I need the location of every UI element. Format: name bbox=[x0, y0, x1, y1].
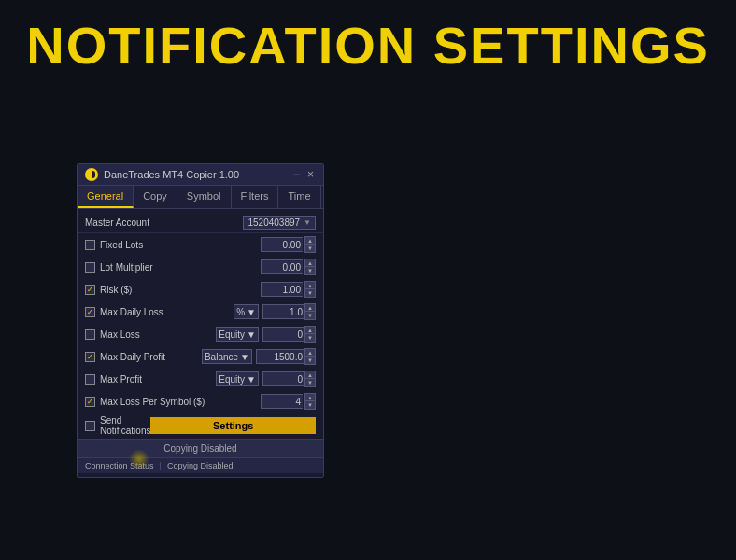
max-daily-profit-dropdown-value: Balance bbox=[205, 352, 238, 362]
page-background: NOTIFICATION SETTINGS DaneTrades MT4 Cop… bbox=[0, 0, 736, 560]
max-profit-down[interactable]: ▼ bbox=[305, 379, 315, 386]
tab-general[interactable]: General bbox=[78, 186, 134, 208]
max-daily-loss-checkbox[interactable] bbox=[85, 307, 95, 317]
max-daily-loss-dropdown[interactable]: % ▼ bbox=[234, 304, 259, 319]
max-loss-per-symbol-checkbox[interactable] bbox=[85, 397, 95, 407]
max-daily-loss-row: Max Daily Loss % ▼ ▲ ▼ bbox=[78, 301, 323, 323]
risk-spinners: ▲ ▼ bbox=[304, 281, 316, 298]
form-content: Master Account 1520403897 ▼ Fixed Lots ▲… bbox=[78, 209, 323, 477]
max-daily-profit-input[interactable] bbox=[256, 349, 304, 364]
max-daily-profit-controls: Balance ▼ ▲ ▼ bbox=[202, 348, 316, 365]
tab-copy[interactable]: Copy bbox=[134, 186, 177, 208]
max-loss-per-symbol-label-area: Max Loss Per Symbol ($) bbox=[85, 397, 261, 407]
max-profit-spinners: ▲ ▼ bbox=[304, 371, 316, 387]
max-loss-controls: Equity ▼ ▲ ▼ bbox=[216, 326, 316, 343]
tab-filters[interactable]: Filters bbox=[232, 186, 279, 208]
fixed-lots-spinners: ▲ ▼ bbox=[304, 236, 316, 253]
max-profit-row: Max Profit Equity ▼ ▲ ▼ bbox=[78, 368, 323, 390]
fixed-lots-down[interactable]: ▼ bbox=[305, 245, 315, 252]
lot-multiplier-down[interactable]: ▼ bbox=[305, 267, 315, 274]
risk-up[interactable]: ▲ bbox=[305, 282, 315, 289]
max-daily-loss-down[interactable]: ▼ bbox=[305, 312, 315, 319]
max-profit-label: Max Profit bbox=[100, 374, 142, 385]
max-daily-profit-dropdown[interactable]: Balance ▼ bbox=[202, 349, 252, 364]
max-daily-loss-num: ▲ ▼ bbox=[262, 303, 316, 320]
master-account-select[interactable]: 1520403897 ▼ bbox=[243, 216, 316, 230]
max-daily-loss-controls: % ▼ ▲ ▼ bbox=[234, 303, 316, 320]
max-loss-num: ▲ ▼ bbox=[262, 326, 316, 343]
master-account-label: Master Account bbox=[85, 217, 243, 228]
settings-button[interactable]: Settings bbox=[150, 417, 316, 434]
lot-multiplier-label: Lot Multiplier bbox=[100, 262, 153, 273]
max-loss-row: Max Loss Equity ▼ ▲ ▼ bbox=[78, 323, 323, 345]
status-separator: | bbox=[160, 461, 162, 470]
close-button[interactable]: × bbox=[305, 168, 316, 181]
send-notifications-row: Send Notifications Settings bbox=[78, 413, 323, 439]
title-bar-controls: − × bbox=[291, 168, 316, 181]
max-loss-dropdown[interactable]: Equity ▼ bbox=[216, 327, 259, 342]
max-daily-profit-label-area: Max Daily Profit bbox=[85, 352, 202, 362]
fixed-lots-checkbox[interactable] bbox=[85, 240, 95, 250]
lot-multiplier-input[interactable] bbox=[261, 259, 303, 274]
max-loss-checkbox[interactable] bbox=[85, 329, 95, 340]
risk-input[interactable] bbox=[261, 282, 303, 297]
max-loss-down[interactable]: ▼ bbox=[305, 334, 315, 342]
status-bar: Connection Status | Copying Disabled bbox=[78, 457, 323, 473]
title-area: NOTIFICATION SETTINGS bbox=[0, 0, 736, 84]
lot-multiplier-up[interactable]: ▲ bbox=[305, 259, 315, 267]
max-profit-dropdown-value: Equity bbox=[219, 374, 245, 385]
max-daily-profit-down[interactable]: ▼ bbox=[305, 357, 315, 364]
risk-controls: ▲ ▼ bbox=[261, 281, 316, 298]
tab-symbol[interactable]: Symbol bbox=[177, 186, 232, 208]
max-loss-per-symbol-down[interactable]: ▼ bbox=[305, 401, 315, 409]
max-daily-loss-spinners: ▲ ▼ bbox=[304, 303, 316, 320]
minimize-button[interactable]: − bbox=[291, 168, 302, 181]
risk-row: Risk ($) ▲ ▼ bbox=[78, 278, 323, 301]
max-loss-per-symbol-spinners: ▲ ▼ bbox=[304, 393, 316, 410]
max-loss-per-symbol-label: Max Loss Per Symbol ($) bbox=[100, 397, 205, 407]
master-account-arrow: ▼ bbox=[304, 218, 311, 227]
connection-status-label: Connection Status bbox=[85, 461, 154, 470]
send-notifications-checkbox[interactable] bbox=[85, 421, 95, 431]
page-title: NOTIFICATION SETTINGS bbox=[19, 17, 717, 75]
max-daily-profit-label: Max Daily Profit bbox=[100, 352, 165, 362]
lot-multiplier-checkbox[interactable] bbox=[85, 262, 95, 273]
max-profit-num: ▲ ▼ bbox=[262, 371, 316, 387]
copy-disabled-bar: Copying Disabled bbox=[78, 439, 323, 457]
max-daily-profit-spinners: ▲ ▼ bbox=[304, 348, 316, 365]
copy-status: Copying Disabled bbox=[167, 461, 234, 470]
risk-checkbox[interactable] bbox=[85, 285, 95, 295]
max-loss-spinners: ▲ ▼ bbox=[304, 326, 316, 343]
max-daily-loss-dropdown-value: % bbox=[236, 307, 245, 317]
max-profit-controls: Equity ▼ ▲ ▼ bbox=[216, 371, 316, 387]
max-profit-checkbox[interactable] bbox=[85, 374, 95, 385]
risk-label: Risk ($) bbox=[100, 285, 132, 295]
fixed-lots-label: Fixed Lots bbox=[100, 240, 143, 250]
max-profit-dropdown-arrow: ▼ bbox=[247, 374, 256, 385]
risk-down[interactable]: ▼ bbox=[305, 289, 315, 297]
max-daily-profit-up[interactable]: ▲ bbox=[305, 349, 315, 357]
risk-label-area: Risk ($) bbox=[85, 285, 261, 295]
max-loss-per-symbol-input[interactable] bbox=[261, 394, 303, 409]
lot-multiplier-label-area: Lot Multiplier bbox=[85, 262, 261, 273]
tab-time[interactable]: Time bbox=[278, 186, 320, 208]
max-profit-input[interactable] bbox=[262, 371, 304, 386]
dialog-title: DaneTrades MT4 Copier 1.00 bbox=[104, 169, 239, 180]
max-profit-up[interactable]: ▲ bbox=[305, 371, 315, 379]
send-notifications-label-area: Send Notifications bbox=[85, 415, 150, 436]
max-loss-per-symbol-row: Max Loss Per Symbol ($) ▲ ▼ bbox=[78, 390, 323, 413]
title-bar-left: DaneTrades MT4 Copier 1.00 bbox=[85, 168, 239, 181]
max-daily-profit-checkbox[interactable] bbox=[85, 352, 95, 362]
max-profit-dropdown[interactable]: Equity ▼ bbox=[216, 371, 259, 386]
max-daily-loss-input[interactable] bbox=[262, 304, 304, 319]
max-loss-per-symbol-up[interactable]: ▲ bbox=[305, 394, 315, 401]
fixed-lots-label-area: Fixed Lots bbox=[85, 240, 261, 250]
fixed-lots-input[interactable] bbox=[261, 237, 303, 252]
max-loss-label-area: Max Loss bbox=[85, 329, 216, 340]
lot-multiplier-spinners: ▲ ▼ bbox=[304, 259, 316, 275]
max-loss-up[interactable]: ▲ bbox=[305, 327, 315, 334]
fixed-lots-controls: ▲ ▼ bbox=[261, 236, 316, 253]
max-loss-input[interactable] bbox=[262, 327, 304, 342]
fixed-lots-up[interactable]: ▲ bbox=[305, 237, 315, 245]
max-daily-loss-up[interactable]: ▲ bbox=[305, 304, 315, 312]
